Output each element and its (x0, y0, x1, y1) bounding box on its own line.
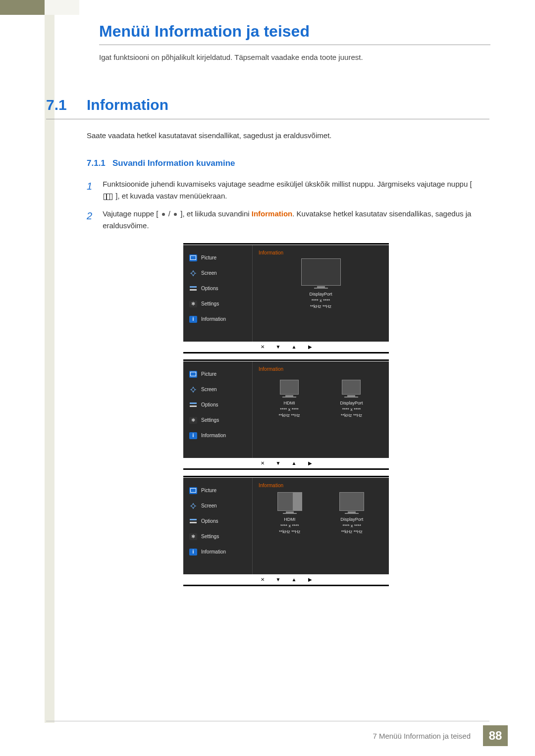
section-title: Information (87, 97, 168, 113)
step-2-text-a: Vajutage nuppe [ (103, 209, 158, 218)
monitor-base (282, 397, 296, 398)
signal-name: DisplayPort (340, 517, 363, 522)
osd-menu-screen: Screen (189, 498, 252, 513)
signal-name: HDMI (284, 517, 295, 522)
monitor-base (345, 513, 359, 514)
osd-label: Screen (201, 270, 217, 276)
osd-screen-single: DisplayPort **** x **** **kHz **Hz (301, 258, 341, 310)
osd-close-button: ✕ (258, 460, 268, 467)
osd-right-button: ▶ (305, 344, 315, 351)
monitor-base (314, 288, 328, 289)
osd-label: Settings (201, 301, 219, 306)
signal-freq: **kHz **Hz (278, 413, 300, 418)
menu-button-icon (104, 194, 112, 200)
screen-icon (189, 503, 197, 509)
osd-down-button: ▼ (273, 460, 283, 467)
osd-screens-row: DisplayPort **** x **** **kHz **Hz (259, 258, 383, 310)
osd-close-button: ✕ (258, 344, 268, 351)
osd-label: Settings (201, 417, 219, 423)
osd-screenshot-3: Picture Screen Options Settings iInforma… (183, 478, 389, 574)
osd-right-button: ▶ (305, 576, 315, 583)
dot-icon (162, 213, 165, 216)
osd-content: Information HDMI **** x **** **kHz **Hz … (253, 478, 389, 574)
osd-signal-label: DisplayPort **** x **** **kHz **Hz (309, 291, 332, 310)
osd-border (183, 359, 389, 361)
footer-divider (46, 721, 489, 721)
signal-freq: **kHz **Hz (341, 413, 362, 418)
picture-icon (189, 371, 197, 378)
osd-button-row: ✕ ▼ ▲ ▶ (183, 343, 389, 352)
section-divider (46, 119, 489, 119)
osd-content-header: Information (259, 483, 383, 488)
info-icon: i (189, 549, 197, 555)
osd-menu-settings: Settings (189, 296, 252, 311)
osd-screen-hdmi: HDMI **** x **** **kHz **Hz (278, 380, 300, 419)
osd-label: Picture (201, 371, 216, 377)
osd-menu-screen: Screen (189, 265, 252, 281)
osd-menu-settings: Settings (189, 412, 252, 428)
osd-menu-information: iInformation (189, 544, 252, 559)
osd-signal-label: DisplayPort **** x **** **kHz **Hz (340, 516, 363, 535)
options-icon (189, 285, 197, 292)
osd-border (183, 476, 389, 477)
osd-label: Information (201, 433, 226, 438)
monitor-icon (280, 380, 299, 395)
signal-res: **** x **** (280, 407, 299, 412)
subsection-title: Suvandi Information kuvamine (112, 158, 235, 168)
osd-signal-label: HDMI **** x **** **kHz **Hz (279, 516, 300, 535)
osd-up-button: ▲ (289, 460, 299, 467)
osd-menu-options: Options (189, 513, 252, 529)
header-accent-dark (0, 0, 45, 15)
osd-border (183, 585, 389, 586)
monitor-base (344, 397, 358, 398)
monitor-icon (301, 258, 341, 286)
step-2: 2 Vajutage nuppe [ / ], et liikuda suvan… (87, 208, 490, 232)
osd-content: Information DisplayPort **** x **** **kH… (253, 245, 389, 342)
settings-icon (189, 301, 197, 307)
step-number-2: 2 (87, 208, 101, 224)
signal-res: **** x **** (342, 407, 361, 412)
osd-label: Screen (201, 503, 217, 508)
osd-sidebar: Picture Screen Options Settings iInforma… (183, 361, 253, 458)
osd-screens-row: HDMI **** x **** **kHz **Hz DisplayPort … (259, 491, 383, 535)
osd-content: Information HDMI **** x **** **kHz **Hz … (253, 361, 389, 458)
monitor-icon (339, 492, 364, 511)
picture-icon (189, 254, 197, 261)
step-2-text-mid: ], et liikuda suvandini (180, 209, 251, 218)
osd-down-button: ▼ (273, 576, 283, 583)
step-1-text-b: ], et kuvada vastav menüüekraan. (115, 192, 227, 200)
osd-sidebar: Picture Screen Options Settings iInforma… (183, 478, 253, 574)
osd-close-button: ✕ (258, 576, 268, 583)
monitor-base (283, 513, 297, 514)
osd-signal-label: HDMI **** x **** **kHz **Hz (278, 400, 300, 419)
osd-label: Options (201, 286, 218, 291)
osd-screens-row: HDMI **** x **** **kHz **Hz DisplayPort … (259, 374, 383, 419)
osd-label: Options (201, 402, 218, 407)
osd-label: Information (201, 549, 226, 554)
signal-freq: **kHz **Hz (310, 304, 331, 309)
section-text: Saate vaadata hetkel kasutatavat sisenda… (87, 131, 331, 140)
header-accent-light (45, 0, 79, 15)
osd-label: Options (201, 518, 218, 524)
side-accent (45, 15, 54, 723)
step-1-body: Funktsioonide juhendi kuvamiseks vajutag… (103, 178, 484, 202)
subsection-number: 7.1.1 (87, 158, 106, 168)
osd-menu-information: iInformation (189, 428, 252, 443)
signal-res: **** x **** (342, 523, 361, 528)
screen-icon (189, 270, 197, 277)
screen-icon (189, 386, 197, 393)
osd-button-row: ✕ ▼ ▲ ▶ (183, 575, 389, 584)
osd-screen-hdmi: HDMI **** x **** **kHz **Hz (277, 492, 302, 535)
step-number-1: 1 (87, 178, 101, 194)
info-icon: i (189, 432, 197, 439)
signal-res: **** x **** (280, 523, 299, 528)
osd-menu-information: iInformation (189, 311, 252, 327)
osd-signal-label: DisplayPort **** x **** **kHz **Hz (340, 400, 363, 419)
settings-icon (189, 533, 197, 540)
osd-menu-picture: Picture (189, 250, 252, 265)
subsection-heading: 7.1.1 Suvandi Information kuvamine (87, 158, 235, 168)
osd-label: Information (201, 316, 226, 322)
osd-border (183, 352, 389, 353)
osd-right-button: ▶ (305, 460, 315, 467)
osd-screen-displayport: DisplayPort **** x **** **kHz **Hz (340, 380, 363, 419)
